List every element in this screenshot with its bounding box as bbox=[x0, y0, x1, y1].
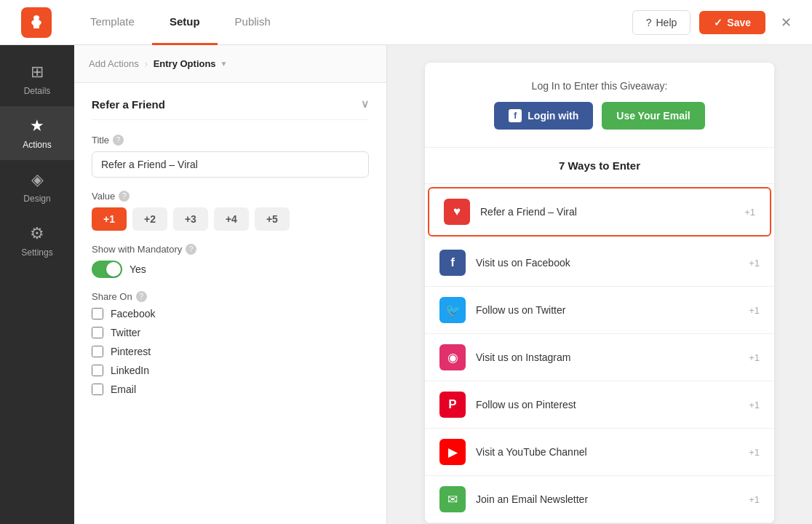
login-facebook-button[interactable]: f Login with bbox=[494, 102, 593, 130]
value-btn-5[interactable]: +5 bbox=[255, 207, 290, 231]
toggle-label: Yes bbox=[130, 263, 146, 275]
breadcrumb: Add Actions › Entry Options ▼ bbox=[74, 45, 386, 83]
breadcrumb-entry-options[interactable]: Entry Options ▼ bbox=[154, 58, 228, 69]
entry-item-refer[interactable]: ♥ Refer a Friend – Viral +1 bbox=[428, 187, 771, 237]
close-button[interactable]: ✕ bbox=[774, 11, 797, 34]
title-label: Title ? bbox=[92, 135, 369, 146]
checkbox-pinterest-input[interactable] bbox=[92, 346, 103, 357]
entry-item-twitter[interactable]: 🐦 Follow us on Twitter +1 bbox=[425, 287, 774, 334]
help-button[interactable]: ? Help bbox=[632, 10, 691, 35]
form-panel: Refer a Friend ∨ Title ? Value ? +1 bbox=[74, 83, 386, 423]
section-title: Refer a Friend ∨ bbox=[92, 98, 369, 120]
sidebar-item-actions[interactable]: ★ Actions bbox=[0, 106, 74, 160]
checkbox-email-input[interactable] bbox=[92, 384, 103, 395]
mandatory-help-icon[interactable]: ? bbox=[186, 244, 196, 255]
sidebar-item-design[interactable]: ◈ Design bbox=[0, 160, 74, 214]
ways-to-enter-header: 7 Ways to Enter bbox=[425, 148, 774, 184]
tab-template[interactable]: Template bbox=[73, 0, 152, 45]
sidebar-item-settings[interactable]: ⚙ Settings bbox=[0, 214, 74, 268]
collapse-icon[interactable]: ∨ bbox=[361, 98, 369, 111]
value-btn-2[interactable]: +2 bbox=[132, 207, 167, 231]
chevron-down-icon: ▼ bbox=[220, 60, 228, 68]
mandatory-label: Show with Mandatory ? bbox=[92, 244, 369, 255]
value-btn-3[interactable]: +3 bbox=[173, 207, 208, 231]
checkbox-linkedin-input[interactable] bbox=[92, 365, 103, 376]
value-label: Value ? bbox=[92, 191, 369, 202]
twitter-entry-icon: 🐦 bbox=[439, 297, 466, 323]
content-left-panel: Add Actions › Entry Options ▼ Refer a Fr… bbox=[74, 45, 387, 524]
share-on-help-icon[interactable]: ? bbox=[136, 291, 147, 302]
entry-item-email[interactable]: ✉ Join an Email Newsletter +1 bbox=[425, 476, 774, 523]
help-icon: ? bbox=[646, 17, 652, 28]
tab-setup[interactable]: Setup bbox=[152, 0, 218, 45]
gear-icon: ⚙ bbox=[30, 224, 44, 243]
value-btn-1[interactable]: +1 bbox=[92, 207, 127, 231]
facebook-entry-icon: f bbox=[439, 250, 466, 276]
tab-publish[interactable]: Publish bbox=[218, 0, 288, 45]
title-group: Title ? bbox=[92, 135, 369, 178]
entry-item-youtube[interactable]: ▶ Visit a YouTube Channel +1 bbox=[425, 429, 774, 476]
save-button[interactable]: ✓ Save bbox=[699, 11, 765, 34]
toggle-row: Yes bbox=[92, 261, 369, 278]
share-on-checkboxes: Facebook Twitter Pinterest LinkedIn bbox=[92, 308, 369, 395]
email-entry-icon: ✉ bbox=[439, 486, 466, 512]
login-buttons: f Login with Use Your Email bbox=[494, 102, 704, 130]
content-right-preview: Log In to Enter this Giveaway: f Login w… bbox=[387, 45, 812, 524]
main-layout: ⊞ Details ★ Actions ◈ Design ⚙ Settings … bbox=[0, 45, 812, 524]
nav-tabs: Template Setup Publish bbox=[73, 0, 288, 44]
share-on-group: Share On ? Facebook Twitter Pinterest bbox=[92, 291, 369, 395]
grid-icon: ⊞ bbox=[31, 63, 44, 82]
instagram-entry-icon: ◉ bbox=[439, 344, 466, 370]
mandatory-group: Show with Mandatory ? Yes bbox=[92, 244, 369, 278]
checkbox-linkedin[interactable]: LinkedIn bbox=[92, 365, 369, 376]
login-title: Log In to Enter this Giveaway: bbox=[532, 80, 668, 92]
sidebar-item-design-label: Design bbox=[23, 194, 50, 204]
login-email-button[interactable]: Use Your Email bbox=[602, 102, 704, 130]
instagram-label: Visit us on Instagram bbox=[476, 352, 739, 363]
star-icon: ★ bbox=[30, 116, 44, 135]
youtube-label: Visit a YouTube Channel bbox=[476, 446, 739, 458]
checkbox-email[interactable]: Email bbox=[92, 384, 369, 395]
youtube-points: +1 bbox=[749, 447, 760, 458]
title-input[interactable] bbox=[92, 151, 369, 178]
refer-label: Refer a Friend – Viral bbox=[480, 206, 734, 218]
sidebar-item-actions-label: Actions bbox=[23, 140, 51, 150]
mandatory-toggle[interactable] bbox=[92, 261, 122, 278]
sidebar-item-details-label: Details bbox=[24, 86, 51, 96]
sidebar-item-details[interactable]: ⊞ Details bbox=[0, 52, 74, 106]
email-label: Join an Email Newsletter bbox=[476, 493, 739, 505]
pinterest-entry-icon: P bbox=[439, 392, 466, 418]
entry-item-instagram[interactable]: ◉ Visit us on Instagram +1 bbox=[425, 334, 774, 381]
pinterest-points: +1 bbox=[749, 400, 760, 410]
twitter-label: Follow us on Twitter bbox=[476, 304, 739, 316]
value-btn-4[interactable]: +4 bbox=[214, 207, 249, 231]
instagram-points: +1 bbox=[749, 352, 760, 363]
sidebar: ⊞ Details ★ Actions ◈ Design ⚙ Settings bbox=[0, 45, 74, 524]
logo-icon bbox=[21, 7, 52, 38]
checkbox-twitter[interactable]: Twitter bbox=[92, 327, 369, 338]
logo-wrap bbox=[15, 7, 58, 38]
email-points: +1 bbox=[749, 494, 760, 505]
preview-card: Log In to Enter this Giveaway: f Login w… bbox=[425, 63, 774, 523]
checkbox-twitter-input[interactable] bbox=[92, 327, 103, 338]
checkbox-facebook-input[interactable] bbox=[92, 308, 103, 319]
entry-list: ♥ Refer a Friend – Viral +1 f Visit us o… bbox=[425, 184, 774, 523]
refer-icon: ♥ bbox=[444, 199, 470, 225]
entry-item-pinterest[interactable]: P Follow us on Pinterest +1 bbox=[425, 381, 774, 429]
check-icon: ✓ bbox=[714, 17, 723, 28]
facebook-label: Visit us on Facebook bbox=[476, 257, 739, 269]
header-actions: ? Help ✓ Save ✕ bbox=[632, 10, 797, 35]
pinterest-label: Follow us on Pinterest bbox=[476, 399, 739, 410]
value-help-icon[interactable]: ? bbox=[119, 191, 130, 202]
value-buttons: +1 +2 +3 +4 +5 bbox=[92, 207, 369, 231]
design-icon: ◈ bbox=[31, 170, 44, 189]
header: Template Setup Publish ? Help ✓ Save ✕ bbox=[0, 0, 812, 45]
refer-points: +1 bbox=[744, 207, 755, 218]
youtube-entry-icon: ▶ bbox=[439, 439, 466, 465]
title-help-icon[interactable]: ? bbox=[113, 135, 124, 146]
entry-item-facebook[interactable]: f Visit us on Facebook +1 bbox=[425, 239, 774, 287]
checkbox-facebook[interactable]: Facebook bbox=[92, 308, 369, 319]
breadcrumb-add-actions[interactable]: Add Actions bbox=[89, 58, 139, 69]
twitter-points: +1 bbox=[749, 305, 760, 316]
checkbox-pinterest[interactable]: Pinterest bbox=[92, 346, 369, 357]
